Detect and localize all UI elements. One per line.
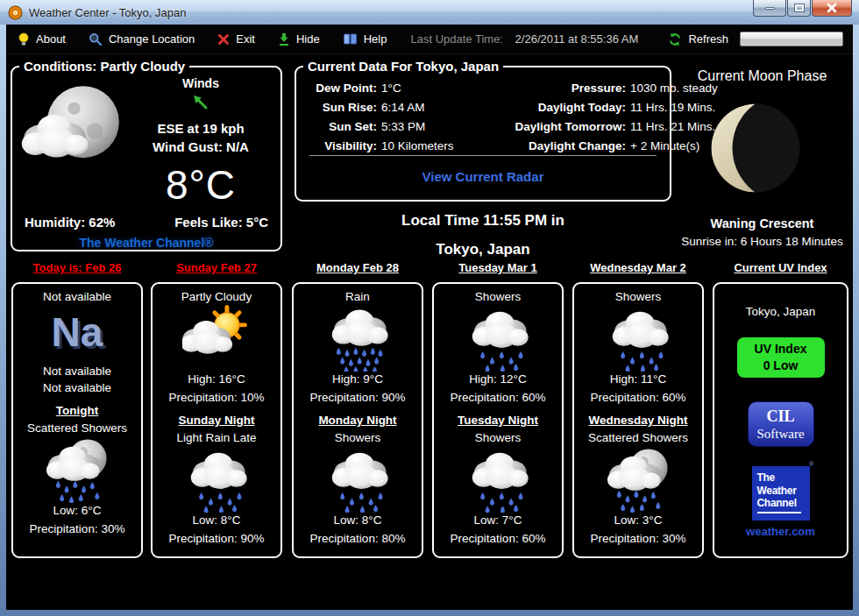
high-temperature: High: 9°C bbox=[332, 372, 383, 386]
view-current-radar-link[interactable]: View Current Radar bbox=[296, 169, 670, 184]
moon-showers-icon bbox=[43, 435, 111, 503]
main-content: Conditions: Partly Cloudy Winds ESE at 1… bbox=[6, 54, 853, 609]
uv-location: Tokyo, Japan bbox=[746, 305, 816, 318]
rain-cloud-icon bbox=[464, 444, 532, 513]
day-condition: Rain bbox=[345, 290, 370, 303]
current-data-panel: Current Data For Tokyo, Japan Dew Point:… bbox=[295, 66, 671, 202]
forecast-link-sunday[interactable]: Sunday Feb 27 bbox=[151, 261, 282, 277]
cil-software-button[interactable]: CIL Software bbox=[748, 401, 814, 447]
humidity-feelslike-row: Humidity: 62% Feels Like: 5°C bbox=[25, 215, 268, 230]
night-precipitation: Precipitation: 80% bbox=[310, 532, 406, 545]
twc-logo-line: The bbox=[757, 471, 810, 485]
minimize-icon bbox=[765, 7, 775, 10]
exit-button[interactable]: Exit bbox=[206, 32, 266, 46]
rain-cloud-icon bbox=[323, 303, 392, 372]
night-condition: Scattered Showers bbox=[27, 421, 127, 435]
close-button[interactable] bbox=[812, 0, 852, 17]
forecast-panel-sunday: Partly Cloudy High: 16°C Precipitation: … bbox=[151, 282, 282, 558]
low-temperature: Low: 6°C bbox=[53, 504, 102, 517]
current-temperature: 8°C bbox=[126, 161, 275, 209]
night-label: Monday Night bbox=[318, 414, 396, 427]
forecast-link-monday[interactable]: Monday Feb 28 bbox=[292, 261, 423, 277]
local-time-line2: Tokyo, Japan bbox=[295, 241, 671, 258]
change-location-label: Change Location bbox=[109, 32, 195, 46]
refresh-button[interactable]: Refresh bbox=[657, 32, 740, 46]
night-precipitation: Precipitation: 30% bbox=[30, 522, 125, 535]
refresh-progress-bar bbox=[740, 32, 843, 46]
data-label: Visibility: bbox=[303, 139, 377, 152]
exit-x-icon bbox=[217, 33, 230, 46]
sun-cloud-icon bbox=[182, 303, 251, 372]
cil-label: CIL bbox=[766, 407, 794, 426]
help-label: Help bbox=[364, 32, 387, 46]
night-condition: Scattered Showers bbox=[588, 431, 688, 444]
refresh-icon bbox=[668, 32, 682, 46]
night-precipitation: Precipitation: 60% bbox=[451, 532, 546, 545]
maximize-button[interactable] bbox=[787, 0, 811, 17]
rain-cloud-icon bbox=[323, 444, 392, 513]
rain-cloud-icon bbox=[604, 303, 672, 372]
forecast-panel-tuesday: Showers High: 12°C Precipitation: 60% Tu… bbox=[432, 282, 564, 558]
twc-logo-line: Weather bbox=[757, 485, 810, 498]
forecast-link-wednesday[interactable]: Wednesday Mar 2 bbox=[572, 261, 704, 277]
moon-phase-title: Current Moon Phase bbox=[672, 68, 852, 84]
conditions-panel: Conditions: Partly Cloudy Winds ESE at 1… bbox=[11, 66, 282, 251]
hide-label: Hide bbox=[296, 32, 320, 46]
day-precipitation: Precipitation: 10% bbox=[169, 391, 265, 404]
data-label: Pressure: bbox=[487, 81, 626, 95]
data-value: 6:14 AM bbox=[381, 101, 483, 114]
conditions-legend: Conditions: Partly Cloudy bbox=[19, 59, 189, 74]
close-icon bbox=[827, 3, 837, 13]
uv-index-link[interactable]: Current UV Index bbox=[713, 261, 848, 277]
humidity: Humidity: 62% bbox=[25, 215, 115, 230]
weather-center-window: Weather Center - Tokyo, Japan About bbox=[0, 0, 859, 616]
night-precipitation: Precipitation: 90% bbox=[169, 532, 265, 545]
twc-logo-underline bbox=[757, 512, 801, 513]
forecast-panel-monday: Rain High: 9°C Precipitation: 90% Monday… bbox=[292, 282, 423, 558]
data-value: 5:33 PM bbox=[381, 120, 483, 133]
forecast-link-tuesday[interactable]: Tuesday Mar 1 bbox=[432, 261, 564, 277]
data-label: Daylight Tomorrow: bbox=[487, 120, 626, 133]
forecast-link-today[interactable]: Today is: Feb 26 bbox=[11, 261, 143, 277]
wind-gust: Wind Gust: N/A bbox=[126, 139, 275, 154]
day-precipitation: Precipitation: 60% bbox=[591, 391, 686, 404]
moon-showers-icon bbox=[604, 444, 672, 513]
high-temperature: High: 11°C bbox=[610, 372, 666, 386]
hide-button[interactable]: Hide bbox=[266, 32, 331, 46]
search-icon bbox=[89, 32, 103, 46]
data-label: Dew Point: bbox=[303, 81, 377, 95]
wind-block: Winds ESE at 19 kph Wind Gust: N/A 8°C bbox=[126, 76, 275, 209]
uv-index-badge[interactable]: UV Index 0 Low bbox=[737, 337, 825, 378]
data-value: 1°C bbox=[381, 81, 483, 95]
night-precipitation: Precipitation: 30% bbox=[591, 532, 686, 545]
wind-direction-arrow-icon bbox=[191, 93, 210, 112]
feels-like: Feels Like: 5°C bbox=[174, 215, 268, 230]
about-button[interactable]: About bbox=[6, 32, 77, 46]
weather-channel-link[interactable]: The Weather Channel® bbox=[12, 236, 280, 250]
change-location-button[interactable]: Change Location bbox=[77, 32, 206, 46]
last-update-value: 2/26/2011 at 8:55:36 AM bbox=[515, 32, 639, 46]
low-temperature: Low: 8°C bbox=[193, 513, 241, 527]
weather-com-link[interactable]: weather.com bbox=[746, 525, 815, 538]
forecast-panel-wednesday: Showers High: 11°C Precipitation: 60% We… bbox=[572, 282, 704, 558]
window-body: About Change Location Exit bbox=[6, 25, 853, 610]
high-temperature: High: 16°C bbox=[188, 372, 245, 386]
night-label: Tonight bbox=[56, 404, 98, 417]
refresh-label: Refresh bbox=[688, 32, 728, 46]
twc-logo-line: Channel bbox=[757, 497, 810, 510]
low-temperature: Low: 3°C bbox=[614, 513, 663, 527]
current-data-grid: Dew Point: 1°C Pressure: 1030 mb. steady… bbox=[303, 81, 666, 152]
minimize-button[interactable] bbox=[753, 0, 786, 17]
window-controls bbox=[753, 0, 852, 17]
forecast-panel-today: Not available Na Not available Not avail… bbox=[11, 282, 143, 558]
night-condition: Showers bbox=[335, 431, 381, 444]
weather-channel-logo[interactable]: ® The Weather Channel bbox=[752, 466, 810, 520]
lightbulb-icon bbox=[18, 32, 30, 46]
data-label: Daylight Today: bbox=[487, 101, 626, 114]
low-temperature: Low: 7°C bbox=[474, 513, 522, 527]
day-condition: Showers bbox=[475, 290, 522, 303]
help-button[interactable]: Help bbox=[331, 32, 399, 46]
moon-phase-name: Waning Crescent bbox=[672, 216, 852, 230]
window-title: Weather Center - Tokyo, Japan bbox=[29, 6, 186, 19]
rain-cloud-icon bbox=[182, 444, 251, 513]
